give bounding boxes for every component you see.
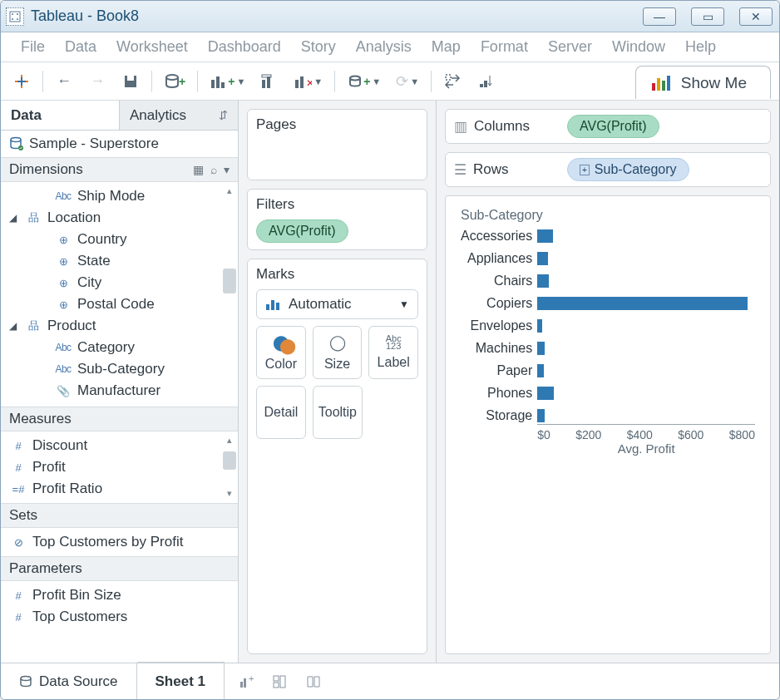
field-city[interactable]: ⊕City bbox=[1, 272, 238, 293]
svg-rect-12 bbox=[211, 80, 215, 88]
bar[interactable] bbox=[537, 273, 755, 289]
field-product-name[interactable]: AbcProduct Name bbox=[1, 402, 238, 407]
filters-shelf[interactable]: Filters AVG(Profit) bbox=[247, 189, 427, 250]
bar[interactable] bbox=[537, 340, 755, 357]
menu-help[interactable]: Help bbox=[677, 35, 724, 59]
svg-text:+: + bbox=[249, 675, 254, 683]
autoupdate-button[interactable]: +▼ bbox=[343, 69, 384, 94]
new-story-icon[interactable] bbox=[306, 675, 321, 688]
tableau-logo-icon[interactable] bbox=[9, 69, 34, 94]
sort-asc-button[interactable] bbox=[473, 69, 498, 94]
bar[interactable] bbox=[537, 385, 755, 402]
field-postal[interactable]: ⊕Postal Code bbox=[1, 293, 238, 315]
field-discount[interactable]: #Discount bbox=[1, 435, 238, 456]
new-worksheet-icon[interactable]: + bbox=[239, 675, 254, 688]
show-me-button[interactable]: Show Me bbox=[635, 66, 771, 99]
marks-type-select[interactable]: Automatic ▼ bbox=[256, 289, 418, 319]
collapse-icon: ◢ bbox=[9, 212, 19, 224]
marks-mode-label: Automatic bbox=[289, 296, 352, 313]
globe-icon: ⊕ bbox=[54, 298, 72, 311]
view-as-icon[interactable]: ▦ bbox=[193, 163, 204, 176]
field-ship-mode[interactable]: AbcShip Mode bbox=[1, 185, 238, 207]
bar[interactable] bbox=[537, 407, 755, 424]
save-button[interactable] bbox=[118, 69, 143, 94]
param-top-customers[interactable]: #Top Customers bbox=[1, 606, 238, 628]
scroll-thumb[interactable] bbox=[223, 269, 236, 293]
bar[interactable] bbox=[537, 250, 755, 267]
menu-analysis[interactable]: Analysis bbox=[348, 35, 420, 59]
hierarchy-product[interactable]: ◢品Product bbox=[1, 315, 238, 337]
svg-rect-16 bbox=[267, 76, 270, 88]
minimize-button[interactable]: — bbox=[643, 7, 676, 26]
columns-pill-avg-profit[interactable]: AVG(Profit) bbox=[567, 115, 659, 138]
close-button[interactable]: ✕ bbox=[739, 7, 773, 26]
filters-label: Filters bbox=[256, 196, 418, 213]
svg-rect-35 bbox=[240, 682, 243, 688]
bar[interactable] bbox=[537, 295, 755, 312]
bar[interactable] bbox=[537, 318, 755, 334]
field-manufacturer[interactable]: 📎Manufacturer bbox=[1, 380, 238, 402]
tab-sheet1[interactable]: Sheet 1 bbox=[137, 663, 225, 699]
forward-button[interactable]: → bbox=[85, 69, 110, 94]
refresh-button[interactable]: ⟳▼ bbox=[392, 69, 422, 94]
new-worksheet-button[interactable]: +▼ bbox=[206, 69, 249, 94]
pages-shelf[interactable]: Pages bbox=[247, 109, 427, 180]
duplicate-sheet-button[interactable] bbox=[257, 69, 282, 94]
bar[interactable] bbox=[537, 362, 755, 379]
marks-size[interactable]: ◯Size bbox=[313, 326, 363, 379]
shelves-pane: Pages Filters AVG(Profit) Marks Automati… bbox=[239, 101, 437, 663]
back-button[interactable]: ← bbox=[52, 69, 77, 94]
scroll-thumb[interactable] bbox=[223, 451, 236, 470]
columns-shelf[interactable]: ▥Columns AVG(Profit) bbox=[445, 109, 771, 144]
pages-label: Pages bbox=[256, 116, 418, 133]
number-type-icon: # bbox=[9, 589, 27, 602]
new-dashboard-icon[interactable] bbox=[273, 675, 288, 688]
marks-label[interactable]: Abc123Label bbox=[368, 326, 418, 379]
marks-tooltip[interactable]: Tooltip bbox=[313, 386, 363, 439]
scrollbar[interactable]: ▴ bbox=[223, 185, 236, 403]
tab-analytics[interactable]: Analytics⇵ bbox=[119, 101, 238, 130]
bar[interactable] bbox=[537, 228, 755, 244]
filter-pill-avg-profit[interactable]: AVG(Profit) bbox=[256, 219, 348, 243]
rows-pill-label: Sub-Category bbox=[595, 162, 677, 177]
menu-window[interactable]: Window bbox=[604, 35, 674, 59]
marks-detail[interactable]: Detail bbox=[256, 386, 306, 439]
category-label: Copiers bbox=[486, 295, 532, 312]
menu-format[interactable]: Format bbox=[472, 35, 536, 59]
toolbar-sep bbox=[334, 71, 335, 92]
menu-map[interactable]: Map bbox=[423, 35, 469, 59]
scrollbar[interactable]: ▴▾ bbox=[223, 435, 236, 500]
hierarchy-location[interactable]: ◢品Location bbox=[1, 207, 238, 229]
menu-worksheet[interactable]: Worksheet bbox=[108, 35, 196, 59]
svg-rect-24 bbox=[484, 81, 487, 87]
datasource-button[interactable]: + bbox=[160, 69, 189, 94]
field-subcategory[interactable]: AbcSub-Category bbox=[1, 358, 238, 380]
menu-story[interactable]: Story bbox=[293, 35, 344, 59]
field-label: Discount bbox=[32, 437, 87, 454]
field-category[interactable]: AbcCategory bbox=[1, 337, 238, 358]
tab-data[interactable]: Data bbox=[1, 101, 119, 130]
rows-pill-subcategory[interactable]: +Sub-Category bbox=[567, 158, 689, 181]
field-profit-ratio[interactable]: =#Profit Ratio bbox=[1, 478, 238, 500]
menu-file[interactable]: File bbox=[12, 35, 53, 59]
maximize-button[interactable]: ▭ bbox=[691, 7, 724, 26]
menu-data[interactable]: Data bbox=[57, 35, 105, 59]
menu-server[interactable]: Server bbox=[540, 35, 600, 59]
svg-rect-15 bbox=[262, 80, 265, 88]
menu-dashboard[interactable]: Dashboard bbox=[200, 35, 289, 59]
marks-color[interactable]: ⬤⬤Color bbox=[256, 326, 306, 379]
search-icon[interactable]: ⌕ bbox=[210, 163, 217, 176]
field-country[interactable]: ⊕Country bbox=[1, 229, 238, 250]
param-profit-bin[interactable]: #Profit Bin Size bbox=[1, 584, 238, 606]
clear-sheet-button[interactable]: ✕ ▼ bbox=[290, 69, 326, 94]
rows-shelf[interactable]: ☰Rows +Sub-Category bbox=[445, 152, 771, 187]
analytics-options-icon: ⇵ bbox=[219, 109, 228, 121]
field-state[interactable]: ⊕State bbox=[1, 250, 238, 272]
category-label: Phones bbox=[487, 385, 532, 402]
datasource-row[interactable]: Sample - Superstore bbox=[1, 131, 238, 157]
field-profit[interactable]: #Profit bbox=[1, 456, 238, 478]
tab-datasource[interactable]: Data Source bbox=[1, 663, 137, 699]
chevron-down-icon[interactable]: ▾ bbox=[224, 163, 230, 176]
swap-button[interactable] bbox=[440, 69, 465, 94]
set-top-customers[interactable]: ⊘Top Customers by Profit bbox=[1, 531, 238, 553]
